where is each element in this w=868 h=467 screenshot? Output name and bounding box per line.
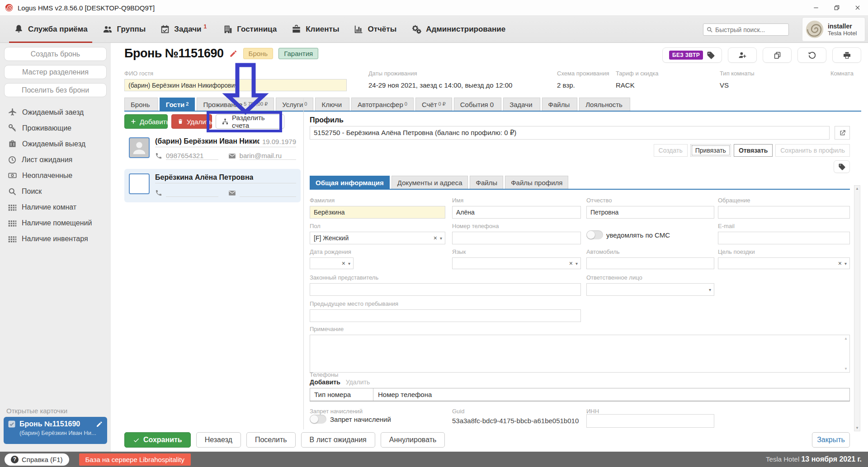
scroll-down-icon[interactable]: ▼ bbox=[854, 426, 860, 430]
tab-booking[interactable]: Бронь bbox=[124, 98, 158, 111]
phones-col-number[interactable]: Номер телефона bbox=[373, 391, 432, 398]
note-textarea[interactable]: ▲ ▼ bbox=[310, 335, 850, 373]
sidebar-item-waitlist[interactable]: Лист ожидания bbox=[0, 152, 111, 168]
sidebar-item-unpaid[interactable]: Неоплаченные bbox=[0, 168, 111, 183]
close-window-button[interactable] bbox=[847, 0, 868, 15]
scroll-up-icon[interactable]: ▲ bbox=[844, 336, 848, 341]
nav-item-groups[interactable]: Группы bbox=[95, 16, 153, 43]
sms-toggle[interactable] bbox=[586, 230, 603, 239]
tab-documents-addresses[interactable]: Документы и адреса bbox=[392, 176, 468, 189]
tab-events[interactable]: События 0 bbox=[454, 98, 501, 111]
guest-list-item[interactable]: (барин) Берёзкин Иван Никифорович 19.09.… bbox=[124, 133, 301, 165]
tags-button[interactable]: БЕЗ ЗВТР bbox=[662, 47, 722, 63]
tab-general-info[interactable]: Общая информация bbox=[310, 176, 390, 189]
guest-list-item-selected[interactable]: Берёзкина Алёна Петровна bbox=[124, 169, 301, 202]
form-scrollbar[interactable]: ▲ ▼ bbox=[854, 185, 860, 431]
tab-services[interactable]: Услуги0 bbox=[276, 98, 313, 111]
user-chip[interactable]: installer Tesla Hotel bbox=[802, 17, 865, 42]
tab-loyalty[interactable]: Лояльность bbox=[579, 98, 630, 111]
scroll-down-icon[interactable]: ▼ bbox=[844, 367, 848, 371]
profile-save-button[interactable]: Сохранить в профиль bbox=[775, 144, 850, 157]
print-button[interactable] bbox=[832, 47, 861, 63]
save-button[interactable]: Сохранить bbox=[124, 432, 191, 448]
help-button[interactable]: ? Справка (F1) bbox=[5, 453, 69, 466]
nav-item-tasks[interactable]: Задачи1 bbox=[153, 16, 216, 43]
responsible-person-combo[interactable]: ▾ bbox=[586, 283, 714, 296]
sidebar-item-space-availability[interactable]: Наличие помещений bbox=[0, 215, 111, 231]
minimize-button[interactable] bbox=[806, 0, 826, 15]
phone-number-field[interactable] bbox=[452, 232, 581, 244]
chevron-down-icon[interactable]: ▾ bbox=[439, 236, 445, 241]
clear-icon[interactable]: × bbox=[432, 234, 439, 242]
open-profile-button[interactable] bbox=[835, 126, 850, 140]
phones-remove-link[interactable]: Удалить bbox=[346, 378, 370, 386]
sidebar-item-inventory-availability[interactable]: Наличие инвентаря bbox=[0, 231, 111, 247]
tab-transfer[interactable]: Автотрансфер0 bbox=[351, 98, 414, 111]
sidebar-item-room-availability[interactable]: Наличие комнат bbox=[0, 199, 111, 215]
sidebar-item-inhouse[interactable]: Проживающие bbox=[0, 120, 111, 136]
salutation-field[interactable] bbox=[718, 206, 850, 219]
profile-field[interactable] bbox=[310, 126, 830, 140]
nav-item-hotel[interactable]: Гостиница bbox=[216, 16, 284, 43]
middlename-field[interactable] bbox=[586, 206, 714, 219]
close-button[interactable]: Закрыть bbox=[812, 432, 850, 448]
nav-item-administration[interactable]: Администрирование bbox=[404, 16, 513, 43]
add-guest-to-list-button[interactable]: Добавить bbox=[124, 114, 168, 129]
copy-button[interactable] bbox=[763, 47, 792, 63]
tab-files[interactable]: Файлы bbox=[470, 176, 503, 189]
nav-item-reports[interactable]: Отчёты bbox=[346, 16, 404, 43]
tab-tasks[interactable]: Задачи bbox=[503, 98, 540, 111]
edit-pencil-icon[interactable] bbox=[229, 49, 238, 58]
checkin-without-booking-button[interactable]: Поселить без брони bbox=[4, 83, 107, 97]
firstname-field[interactable] bbox=[452, 206, 581, 219]
tab-bill[interactable]: Счёт0 ₽ bbox=[415, 98, 452, 111]
tab-files[interactable]: Файлы bbox=[542, 98, 578, 111]
chevron-down-icon[interactable]: ▾ bbox=[708, 287, 714, 292]
quick-search-input[interactable] bbox=[715, 26, 778, 33]
scroll-up-icon[interactable]: ▲ bbox=[854, 187, 860, 191]
history-button[interactable] bbox=[797, 47, 826, 63]
sidebar-item-search[interactable]: Поиск bbox=[0, 183, 111, 199]
lastname-field[interactable] bbox=[310, 206, 445, 219]
tab-keys[interactable]: Ключи bbox=[315, 98, 349, 111]
phones-col-type[interactable]: Тип номера bbox=[310, 388, 373, 401]
delete-guest-button[interactable]: Удалить bbox=[171, 114, 212, 129]
checkin-button[interactable]: Поселить bbox=[246, 432, 296, 448]
gender-combo[interactable]: [F] Женский × ▾ bbox=[310, 232, 445, 244]
sidebar-item-expected-arrival[interactable]: Ожидаемый заезд bbox=[0, 104, 111, 120]
profile-tags-button[interactable] bbox=[834, 160, 850, 173]
waitlist-button[interactable]: В лист ожидания bbox=[301, 432, 375, 448]
email-field[interactable] bbox=[718, 232, 850, 244]
noshow-button[interactable]: Незаезд bbox=[196, 432, 241, 448]
sidebar-item-expected-departure[interactable]: Ожидаемый выезд bbox=[0, 136, 111, 152]
no-charge-toggle[interactable] bbox=[310, 415, 326, 424]
pencil-icon[interactable] bbox=[96, 420, 103, 428]
previous-place-field[interactable] bbox=[310, 309, 581, 322]
nav-item-clients[interactable]: Клиенты bbox=[284, 16, 346, 43]
nav-item-reception[interactable]: Служба приёма bbox=[6, 16, 95, 43]
clear-icon[interactable]: × bbox=[836, 260, 844, 267]
quick-search[interactable] bbox=[703, 23, 789, 36]
phones-add-link[interactable]: Добавить bbox=[310, 378, 340, 386]
tab-guests[interactable]: Гости2 bbox=[160, 98, 195, 111]
annul-button[interactable]: Аннулировать bbox=[381, 432, 445, 448]
chevron-down-icon[interactable]: ▾ bbox=[575, 261, 580, 266]
profile-unlink-button[interactable]: Отвязать bbox=[734, 144, 773, 157]
inn-field[interactable] bbox=[586, 414, 714, 428]
chevron-down-icon[interactable]: ▾ bbox=[347, 261, 353, 266]
tab-profile-files[interactable]: Файлы профиля bbox=[505, 176, 568, 189]
car-field[interactable] bbox=[586, 257, 714, 269]
create-booking-button[interactable]: Создать бронь bbox=[4, 47, 107, 61]
chevron-down-icon[interactable]: ▾ bbox=[844, 261, 849, 266]
add-guest-button[interactable] bbox=[728, 47, 757, 63]
profile-link-button[interactable]: Привязать bbox=[690, 144, 731, 157]
trip-purpose-combo[interactable]: × ▾ bbox=[718, 257, 850, 269]
clear-icon[interactable]: × bbox=[340, 260, 347, 267]
birthdate-combo[interactable]: × ▾ bbox=[310, 257, 354, 269]
open-card-booking[interactable]: Бронь №1151690 (барин) Берёзкин Иван Ни.… bbox=[4, 417, 107, 444]
legal-representative-field[interactable] bbox=[310, 283, 581, 296]
clear-icon[interactable]: × bbox=[567, 260, 575, 267]
restore-button[interactable] bbox=[826, 0, 847, 15]
split-master-button[interactable]: Мастер разделения bbox=[4, 65, 107, 79]
language-combo[interactable]: × ▾ bbox=[452, 257, 581, 269]
